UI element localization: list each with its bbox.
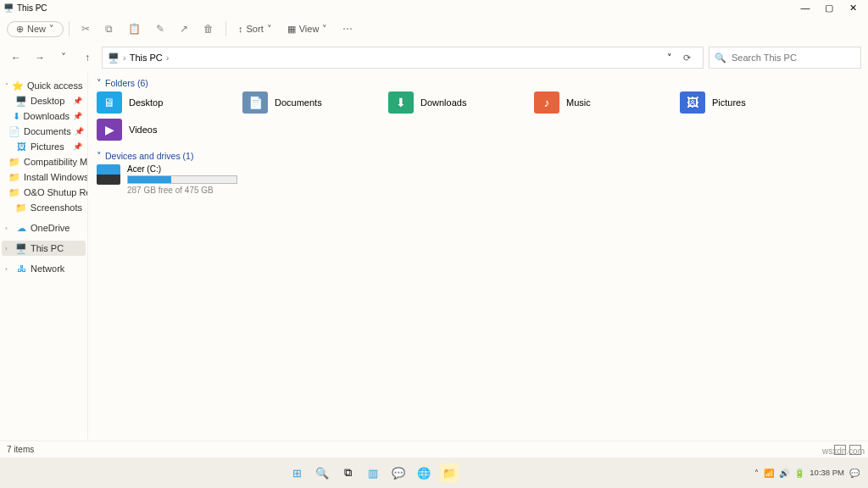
drives-group-header[interactable]: ˅ Devices and drives (1) — [97, 151, 860, 161]
drive-free-text: 287 GB free of 475 GB — [127, 186, 237, 195]
close-button[interactable]: ✕ — [841, 3, 865, 14]
taskview-button[interactable]: ⧉ — [338, 463, 357, 482]
desktop-icon: 🖥️ — [15, 95, 27, 107]
new-button[interactable]: ⊕ New ˅ — [7, 21, 64, 37]
folder-documents[interactable]: 📄 Documents — [242, 92, 376, 114]
battery-icon[interactable]: 🔋 — [794, 469, 804, 478]
plus-icon: ⊕ — [16, 24, 24, 35]
sidebar-item-desktop[interactable]: 🖥️ Desktop📌 — [2, 93, 86, 108]
watermark: wsxdn.com — [822, 446, 865, 456]
widgets-button[interactable]: ▥ — [364, 463, 382, 482]
wifi-icon[interactable]: 📶 — [764, 469, 774, 478]
sidebar-item-onedrive[interactable]: › ☁ OneDrive — [2, 220, 86, 236]
rename-button[interactable]: ✎ — [149, 19, 171, 38]
folder-downloads[interactable]: ⬇ Downloads — [388, 92, 522, 114]
documents-icon: 📄 — [8, 125, 20, 137]
back-button[interactable]: ← — [7, 48, 25, 67]
folder-icon: 📁 — [8, 171, 20, 183]
videos-icon: ▶ — [97, 119, 122, 141]
chevron-down-icon: ˅ — [97, 78, 102, 88]
folder-pictures[interactable]: 🖼 Pictures — [680, 92, 814, 114]
notifications-button[interactable]: 💬 — [849, 469, 860, 478]
chrome-button[interactable]: 🌐 — [415, 463, 433, 482]
star-icon: ⭐ — [12, 80, 24, 92]
paste-button[interactable]: 📋 — [121, 19, 147, 38]
start-button[interactable]: ⊞ — [287, 463, 306, 482]
sidebar-item-thispc[interactable]: › 🖥️ This PC — [2, 241, 86, 256]
drive-icon — [97, 164, 120, 185]
maximize-button[interactable]: ▢ — [817, 3, 841, 14]
drive-name: Acer (C:) — [127, 164, 237, 174]
desktop-icon: 🖥 — [97, 92, 122, 114]
taskbar: ⊞ 🔍 ⧉ ▥ 💬 🌐 📁 ˄ 📶 🔊 🔋 10:38 PM 💬 — [0, 458, 868, 488]
share-button[interactable]: ↗ — [173, 19, 195, 38]
chevron-right-icon: › — [5, 245, 12, 252]
search-input[interactable] — [732, 53, 855, 63]
view-icon: ▦ — [287, 24, 296, 35]
copy-button[interactable]: ⧉ — [98, 19, 120, 38]
nav-sidebar: ˅ ⭐ Quick access 🖥️ Desktop📌 ⬇ Downloads… — [0, 73, 88, 441]
up-button[interactable]: ↑ — [78, 48, 97, 67]
pictures-icon: 🖼 — [15, 141, 27, 152]
cut-button[interactable]: ✂ — [75, 19, 97, 38]
sidebar-item-install[interactable]: 📁 Install Windows 11 — [2, 169, 86, 185]
tray-chevron-icon[interactable]: ˄ — [754, 469, 759, 478]
command-toolbar: ⊕ New ˅ ✂ ⧉ 📋 ✎ ↗ 🗑 ↕ Sort ˅ ▦ View ˅ ⋯ — [0, 15, 868, 42]
sidebar-item-network[interactable]: › 🖧 Network — [2, 261, 86, 276]
sort-icon: ↕ — [238, 24, 243, 34]
explorer-taskbar-button[interactable]: 📁 — [440, 463, 459, 482]
pin-icon: 📌 — [73, 97, 82, 105]
chevron-down-icon: ˅ — [267, 24, 272, 35]
sidebar-item-compat[interactable]: 📁 Compatibility Mode — [2, 154, 86, 169]
explorer-window: 🖥️ This PC — ▢ ✕ ⊕ New ˅ ✂ ⧉ 📋 ✎ ↗ 🗑 ↕ S… — [0, 0, 868, 458]
content-pane: ˅ Folders (6) 🖥 Desktop 📄 Documents ⬇ Do… — [88, 73, 868, 441]
address-bar[interactable]: 🖥️ › This PC › ˅ ⟳ — [102, 47, 704, 69]
documents-icon: 📄 — [242, 92, 268, 114]
search-icon: 🔍 — [715, 53, 726, 64]
chevron-down-icon: ˅ — [322, 24, 327, 35]
sidebar-item-oo[interactable]: 📁 O&O Shutup Review — [2, 185, 86, 200]
sidebar-item-documents[interactable]: 📄 Documents📌 — [2, 124, 86, 139]
volume-icon[interactable]: 🔊 — [779, 469, 789, 478]
taskbar-search-button[interactable]: 🔍 — [313, 463, 331, 482]
sidebar-item-quickaccess[interactable]: ˅ ⭐ Quick access — [2, 78, 86, 93]
downloads-icon: ⬇ — [388, 92, 414, 114]
item-count: 7 items — [7, 445, 34, 454]
minimize-button[interactable]: — — [793, 3, 817, 13]
search-box[interactable]: 🔍 — [709, 47, 861, 69]
folder-desktop[interactable]: 🖥 Desktop — [97, 92, 231, 114]
chevron-down-icon: ˅ — [5, 82, 8, 90]
cloud-icon: ☁ — [15, 222, 27, 234]
sort-button[interactable]: ↕ Sort ˅ — [231, 20, 279, 38]
folders-group-header[interactable]: ˅ Folders (6) — [97, 78, 860, 88]
system-tray[interactable]: ˄ 📶 🔊 🔋 10:38 PM 💬 — [746, 469, 868, 478]
more-button[interactable]: ⋯ — [336, 19, 359, 38]
sidebar-item-downloads[interactable]: ⬇ Downloads📌 — [2, 108, 86, 124]
chevron-down-icon: ˅ — [97, 151, 102, 161]
clock[interactable]: 10:38 PM — [810, 469, 844, 477]
music-icon: ♪ — [534, 92, 559, 114]
folder-icon: 📁 — [8, 156, 20, 168]
titlebar[interactable]: 🖥️ This PC — ▢ ✕ — [0, 0, 868, 15]
sidebar-item-pictures[interactable]: 🖼 Pictures📌 — [2, 139, 86, 154]
pin-icon: 📌 — [75, 127, 84, 136]
nav-row: ← → ˅ ↑ 🖥️ › This PC › ˅ ⟳ 🔍 — [0, 42, 868, 73]
pin-icon: 📌 — [73, 112, 82, 120]
delete-button[interactable]: 🗑 — [197, 19, 220, 38]
recent-button[interactable]: ˅ — [54, 48, 73, 67]
drive-c[interactable]: Acer (C:) 287 GB free of 475 GB — [97, 164, 860, 195]
address-dropdown[interactable]: ˅ — [667, 53, 672, 64]
sidebar-item-screenshots[interactable]: 📁 Screenshots — [2, 200, 86, 215]
folder-videos[interactable]: ▶ Videos — [97, 119, 231, 141]
folder-music[interactable]: ♪ Music — [534, 92, 668, 114]
pictures-icon: 🖼 — [680, 92, 705, 114]
chevron-right-icon: › — [5, 225, 12, 232]
chevron-right-icon: › — [5, 265, 12, 273]
view-button[interactable]: ▦ View ˅ — [281, 20, 335, 38]
chevron-down-icon: ˅ — [49, 24, 54, 35]
chat-button[interactable]: 💬 — [389, 463, 408, 482]
forward-button[interactable]: → — [31, 48, 49, 67]
window-title: This PC — [17, 3, 47, 13]
breadcrumb[interactable]: This PC — [130, 53, 163, 63]
refresh-button[interactable]: ⟳ — [676, 53, 698, 64]
